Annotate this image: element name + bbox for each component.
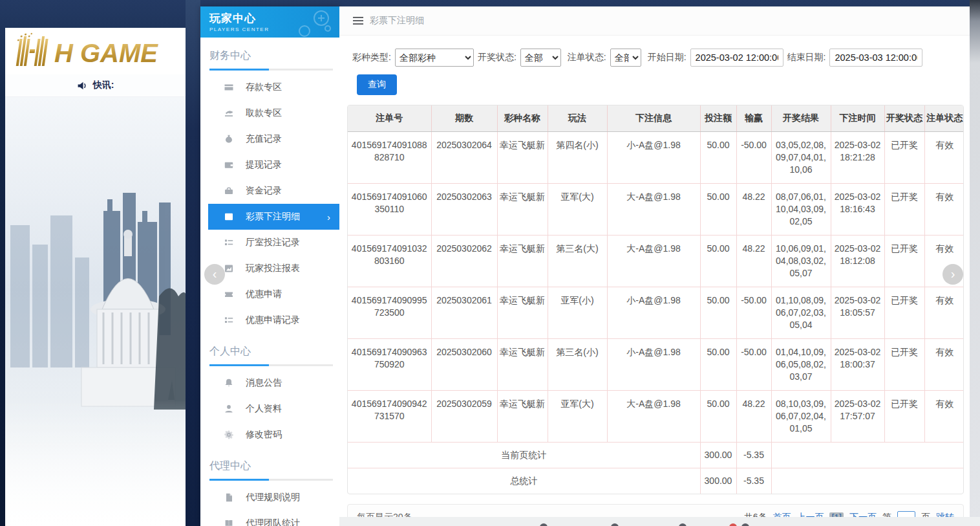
table-cell: 已开奖 [884, 132, 924, 184]
table-row: 40156917409106035011020250302063幸运飞艇新亚军(… [348, 184, 964, 236]
table-cell: 有效 [924, 184, 964, 236]
carousel-left-arrow[interactable]: ‹ [204, 264, 225, 285]
column-header: 期数 [431, 105, 497, 132]
wallet-icon [224, 160, 235, 170]
table-cell: 10,06,09,01,04,08,03,02,05,07 [771, 236, 831, 287]
end-date-input[interactable] [829, 49, 922, 67]
sidebar-item-label: 代理规则说明 [246, 492, 300, 503]
table-cell: 有效 [924, 132, 964, 184]
table-cell: 小-A盘@1.98 [607, 287, 700, 339]
sidebar-item[interactable]: 优惠申请 [208, 281, 339, 307]
table-cell: 2025-03-02 18:00:37 [831, 339, 884, 391]
logo-band: H GAME [5, 28, 186, 74]
total-empty [771, 443, 964, 468]
sidebar-section: 财务中心存款专区取款专区充值记录提现记录资金记录彩票下注明细›厅室投注记录玩家投… [200, 38, 339, 333]
table-cell: 幸运飞艇新 [497, 339, 548, 391]
table-cell: 有效 [924, 287, 964, 339]
table-cell: 幸运飞艇新 [497, 287, 548, 339]
sidebar-item[interactable]: 取款专区 [208, 100, 339, 126]
draw-status-select[interactable]: 全部 [520, 49, 561, 67]
purse-icon [224, 186, 235, 196]
sidebar-item-label: 代理团队统计 [246, 518, 300, 526]
sidebar-section: 代理中心代理规则说明代理团队统计 [200, 448, 339, 526]
sidebar-item[interactable]: 资金记录 [208, 178, 339, 204]
sidebar-item-label: 彩票下注明细 [246, 211, 300, 223]
sidebar-item-label: 优惠申请记录 [246, 314, 300, 326]
sidebar-item[interactable]: 充值记录 [208, 126, 339, 152]
table-cell: 大-A盘@1.98 [607, 391, 700, 443]
breadcrumb: 彩票下注明细 [370, 15, 424, 27]
left-promo-panel: H GAME 快讯: [5, 0, 186, 526]
section-divider [209, 364, 333, 366]
sidebar-item[interactable]: 代理规则说明 [208, 485, 339, 510]
table-cell: 幸运飞艇新 [497, 236, 548, 287]
column-header: 注单号 [348, 105, 431, 132]
table-cell: 20250302061 [431, 287, 497, 339]
sidebar-item[interactable]: 提现记录 [208, 152, 339, 178]
order-status-select[interactable]: 全部 [610, 49, 641, 67]
table-row: 40156917409108882871020250302064幸运飞艇新第四名… [348, 132, 964, 184]
table-cell: -50.00 [736, 132, 771, 184]
list-check-icon [224, 237, 235, 248]
table-cell: 01,10,08,09,06,07,02,03,05,04 [771, 287, 831, 339]
table-cell: 20250302064 [431, 132, 497, 184]
sidebar-header: 玩家中心 PLAYERS CENTER [200, 6, 339, 38]
document-icon [224, 492, 235, 503]
table-cell: 48.22 [736, 184, 771, 236]
table-cell: 20250302060 [431, 339, 497, 391]
sidebar-item[interactable]: 个人资料 [208, 396, 339, 422]
table-cell: 50.00 [700, 132, 736, 184]
carousel-right-arrow[interactable]: › [943, 264, 963, 285]
table-cell: 2025-03-02 18:21:28 [831, 132, 884, 184]
table-cell: 大-A盘@1.98 [607, 184, 700, 236]
svg-text:H GAME: H GAME [54, 39, 158, 67]
sidebar-item[interactable]: 玩家投注报表 [208, 256, 339, 281]
total-bet-amount: 300.00 [700, 443, 736, 468]
sidebar-item[interactable]: 厅室投注记录 [208, 230, 339, 256]
search-row: 查询 [339, 67, 970, 95]
table-cell: 50.00 [700, 236, 736, 287]
sidebar-item[interactable]: 代理团队统计 [208, 510, 339, 526]
sidebar-item-label: 存款专区 [246, 82, 282, 93]
table-cell: 已开奖 [884, 339, 924, 391]
table-cell: 第三名(大) [548, 236, 607, 287]
footer-icon [540, 523, 548, 526]
sidebar-item[interactable]: 优惠申请记录 [208, 307, 339, 333]
sidebar-item-label: 消息公告 [246, 377, 282, 389]
table-cell: 48.22 [736, 236, 771, 287]
hamburger-menu-icon[interactable] [353, 15, 363, 27]
column-header: 注单状态 [924, 105, 964, 132]
bank-card-icon [224, 82, 235, 93]
draw-status-label: 开奖状态: [478, 52, 517, 63]
search-button[interactable]: 查询 [357, 74, 397, 95]
table-cell: 50.00 [700, 184, 736, 236]
table-cell: 401569174091060350110 [348, 184, 431, 236]
hh-game-logo: H GAME [12, 32, 181, 70]
table-cell: -50.00 [736, 287, 771, 339]
total-label: 当前页统计 [348, 443, 700, 468]
sidebar-item-label: 提现记录 [246, 159, 282, 171]
news-ticker-bar: 快讯: [5, 74, 186, 97]
table-row: 40156917409096375092020250302060幸运飞艇新第三名… [348, 339, 964, 391]
table-cell: 08,10,03,09,06,07,02,04,01,05 [771, 391, 831, 443]
table-cell: 有效 [924, 391, 964, 443]
table-cell: 幸运飞艇新 [497, 132, 548, 184]
coupon-icon [224, 289, 235, 300]
table-cell: 大-A盘@1.98 [607, 236, 700, 287]
table-cell: 401569174091088828710 [348, 132, 431, 184]
sidebar-item-label: 优惠申请 [246, 289, 282, 300]
sidebar-section: 个人中心消息公告个人资料修改密码 [200, 333, 339, 448]
table-cell: 50.00 [700, 391, 736, 443]
sidebar-item[interactable]: 修改密码 [208, 422, 339, 448]
start-date-input[interactable] [690, 49, 783, 67]
table-cell: 2025-03-02 18:16:43 [831, 184, 884, 236]
sidebar-item[interactable]: 彩票下注明细› [208, 204, 339, 230]
grand-total-row: 总统计300.00-5.35 [348, 468, 964, 494]
table-cell: 50.00 [700, 339, 736, 391]
start-date-label: 开始日期: [648, 52, 687, 63]
lottery-type-select[interactable]: 全部彩种 [395, 49, 474, 67]
column-header: 输赢 [736, 105, 771, 132]
sidebar-item[interactable]: 消息公告 [208, 370, 339, 396]
sidebar-item[interactable]: 存款专区 [208, 74, 339, 100]
book-stats-icon [224, 518, 235, 526]
